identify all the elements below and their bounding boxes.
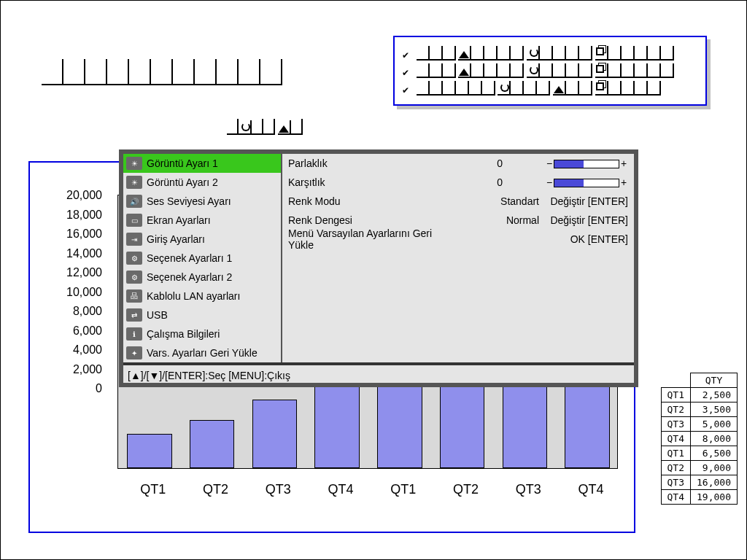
menu-icon: ⚙ — [126, 252, 142, 265]
menu-icon: 品 — [126, 289, 142, 303]
brightness-value: 0 — [456, 158, 507, 169]
brightness-slider[interactable]: −+ — [507, 158, 628, 169]
reset-defaults[interactable]: OK [ENTER] — [458, 233, 628, 245]
menu-icon: ✦ — [126, 346, 142, 359]
x-tick-label: QT4 — [560, 482, 622, 497]
menu-icon: ⇄ — [126, 308, 142, 322]
osd-item[interactable]: ⇥Giriş Ayarları — [123, 230, 281, 249]
menu-icon: ☀ — [126, 176, 142, 189]
osd-item[interactable]: ⇄USB — [123, 306, 281, 324]
legend-box — [393, 36, 707, 106]
osd-item-label: Çalışma Bilgileri — [147, 328, 220, 340]
table-row: QT29,000 — [661, 461, 737, 475]
menu-icon: ▭ — [126, 214, 142, 227]
osd-item[interactable]: ☀Görüntü Ayarı 2 — [123, 173, 281, 192]
x-tick-label: QT4 — [309, 482, 372, 497]
menu-icon: ℹ — [126, 327, 142, 341]
qty-table: QTY QT12,500QT23,500QT35,000QT48,000QT16… — [661, 373, 738, 505]
osd-item[interactable]: 品Kablolu LAN ayarları — [123, 287, 281, 306]
osd-item-label: Ses Seviyesi Ayarı — [147, 195, 231, 207]
x-tick-label: QT1 — [122, 482, 185, 497]
x-axis: QT1QT2QT3QT4QT1QT2QT3QT4 — [122, 482, 622, 497]
table-row: QT12,500 — [661, 388, 737, 402]
bar — [190, 420, 235, 468]
osd-sidebar: ☀Görüntü Ayarı 1☀Görüntü Ayarı 2🔊Ses Sev… — [123, 154, 282, 362]
osd-item[interactable]: ▭Ekran Ayarları — [123, 211, 281, 230]
y-axis: 20,000 18,000 16,000 14,000 12,000 10,00… — [66, 189, 102, 402]
contrast-value: 0 — [456, 176, 507, 188]
menu-icon: ⚙ — [126, 271, 142, 284]
x-tick-label: QT2 — [185, 482, 247, 497]
osd-item-label: Seçenek Ayarları 2 — [147, 271, 232, 283]
bar — [377, 379, 422, 468]
osd-menu: ☀Görüntü Ayarı 1☀Görüntü Ayarı 2🔊Ses Sev… — [119, 149, 638, 387]
osd-item-label: Giriş Ayarları — [147, 233, 205, 245]
osd-item-label: Seçenek Ayarları 1 — [147, 252, 232, 264]
osd-item-label: Ekran Ayarları — [147, 214, 211, 226]
x-tick-label: QT2 — [435, 482, 498, 497]
osd-item-label: Görüntü Ayarı 2 — [147, 176, 218, 188]
osd-item[interactable]: 🔊Ses Seviyesi Ayarı — [123, 192, 281, 211]
colorbal-value: Normal — [456, 214, 543, 226]
reset-defaults-label: Menü Varsayılan Ayarlarını Geri Yükle — [288, 228, 458, 251]
table-row: QT16,500 — [661, 446, 737, 461]
osd-item-label: Kablolu LAN ayarları — [147, 290, 240, 302]
osd-item[interactable]: ⚙Seçenek Ayarları 1 — [123, 249, 281, 268]
table-row: QT23,500 — [661, 402, 737, 417]
menu-icon: ⇥ — [126, 233, 142, 246]
colorbal-change[interactable]: Değiştir [ENTER] — [543, 214, 628, 226]
table-row: QT48,000 — [661, 432, 737, 446]
osd-item[interactable]: ✦Vars. Ayarları Geri Yükle — [123, 343, 281, 362]
contrast-slider[interactable]: −+ — [507, 176, 628, 188]
osd-item[interactable]: ⚙Seçenek Ayarları 2 — [123, 268, 281, 287]
placeholder-row-1 — [42, 59, 282, 85]
placeholder-row-2 — [227, 119, 303, 135]
osd-item-label: USB — [147, 309, 168, 321]
colormode-value: Standart — [456, 195, 543, 207]
table-row: QT419,000 — [661, 490, 737, 505]
brightness-label: Parlaklık — [288, 158, 456, 169]
osd-panel: Parlaklık 0 −+ Karşıtlık 0 −+ Renk Modu … — [282, 154, 634, 362]
osd-footer: [▲]/[▼]/[ENTER]:Seç [MENU]:Çıkış — [123, 362, 634, 383]
x-tick-label: QT3 — [247, 482, 310, 497]
osd-item-label: Vars. Ayarları Geri Yükle — [147, 347, 258, 359]
bar — [252, 400, 298, 468]
osd-item[interactable]: ℹÇalışma Bilgileri — [123, 324, 281, 343]
osd-item-label: Görüntü Ayarı 1 — [147, 158, 218, 169]
colormode-label: Renk Modu — [288, 195, 456, 207]
table-row: QT35,000 — [661, 417, 737, 432]
bar — [127, 434, 172, 468]
colorbal-label: Renk Dengesi — [288, 214, 456, 226]
x-tick-label: QT3 — [498, 482, 560, 497]
menu-icon: 🔊 — [126, 195, 142, 208]
table-row: QT316,000 — [661, 475, 737, 490]
colormode-change[interactable]: Değiştir [ENTER] — [543, 195, 628, 207]
menu-icon: ☀ — [126, 157, 142, 170]
contrast-label: Karşıtlık — [288, 176, 456, 188]
x-tick-label: QT1 — [372, 482, 435, 497]
osd-item[interactable]: ☀Görüntü Ayarı 1 — [123, 154, 281, 173]
